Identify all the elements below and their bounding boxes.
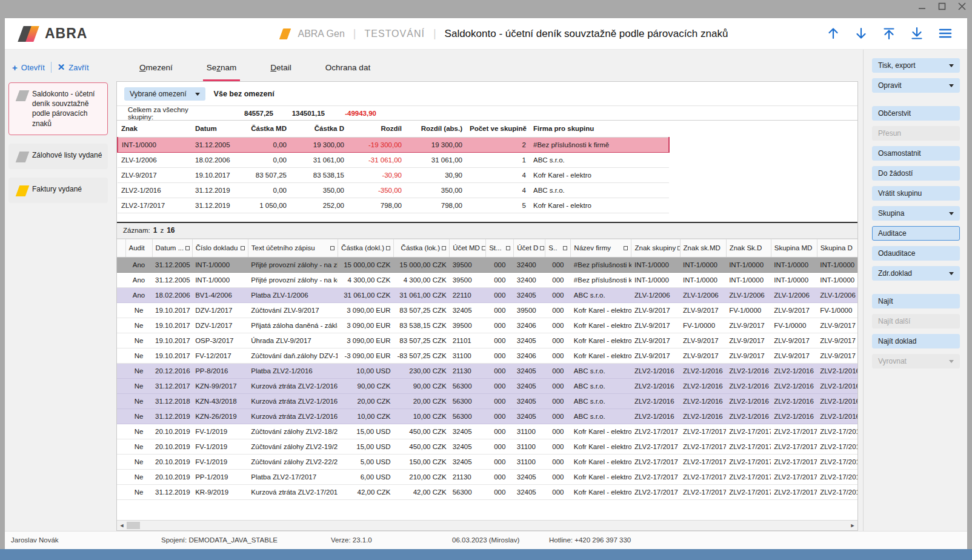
sidebar-item[interactable]: Zálohové listy vydané <box>8 144 108 169</box>
tab-ochrana-dat[interactable]: Ochrana dat <box>308 59 387 81</box>
column-filter-icon[interactable] <box>386 246 390 250</box>
najít-button[interactable]: Najít <box>872 294 960 308</box>
journal-table-row[interactable]: Ne31.12.2017KZN-99/2017Kurzová ztráta ZL… <box>117 378 857 393</box>
journal-column-header[interactable]: Částka (lok.) <box>394 239 450 257</box>
arrow-down-icon[interactable] <box>854 27 868 40</box>
tab-omezen-[interactable]: Omezení <box>122 59 190 81</box>
column-filter-icon[interactable] <box>506 246 510 250</box>
auditace-button[interactable]: Auditace <box>872 226 960 241</box>
groups-column-header[interactable]: Částka MD <box>240 121 290 137</box>
groups-column-header[interactable]: Rozdíl <box>348 121 405 137</box>
groups-table-row[interactable]: ZLV-9/201719.10.201783 507,2583 538,15-3… <box>118 167 669 182</box>
maximize-icon[interactable] <box>938 2 946 10</box>
journal-table-row[interactable]: Ne20.10.2019PP-1/2019Platba ZLV2-17/2017… <box>117 469 857 484</box>
column-filter-icon[interactable] <box>330 246 335 250</box>
column-filter-icon[interactable] <box>442 246 446 250</box>
groups-table-row[interactable]: ZLV2-17/201731.12.20191 050,00252,00798,… <box>118 198 669 213</box>
journal-table-row[interactable]: Ano31.12.2005INT-1/0000Přijté provozní z… <box>117 257 857 272</box>
journal-table-row[interactable]: Ne31.12.2019KZN-26/2019Kurzová ztráta ZL… <box>117 408 857 424</box>
groups-column-header[interactable]: Částka D <box>290 121 348 137</box>
journal-cell: 6,00 USD <box>338 469 393 484</box>
journal-column-header[interactable]: Částka (dokl.) <box>338 239 393 257</box>
journal-table-row[interactable]: Ne20.10.2019FV-1/2019Zúčtování zálohy ZL… <box>117 439 857 454</box>
journal-column-header[interactable]: St... <box>486 239 514 257</box>
abra-logo-text: ABRA <box>45 25 87 42</box>
column-filter-icon[interactable] <box>185 246 190 250</box>
najít-doklad-button[interactable]: Najít doklad <box>872 334 960 348</box>
scroll-right-icon[interactable]: ► <box>849 522 856 529</box>
groups-table-row[interactable]: ZLV-1/200618.02.20060,0031 061,00-31 061… <box>118 152 669 167</box>
journal-column-header[interactable]: Audit <box>125 239 152 257</box>
scroll-left-icon[interactable]: ◄ <box>118 522 125 529</box>
journal-table-row[interactable]: Ne20.12.2016PP-8/2016Platba ZLV2-1/20161… <box>117 363 857 378</box>
journal-column-header[interactable]: Datum ... <box>152 239 192 257</box>
journal-column-header[interactable]: Název firmy <box>571 239 631 257</box>
arrow-to-bottom-icon[interactable] <box>910 27 924 40</box>
groups-column-header[interactable]: Datum <box>191 121 240 137</box>
scrollbar-thumb[interactable] <box>127 522 140 529</box>
column-filter-icon[interactable] <box>624 246 628 250</box>
journal-table-row[interactable]: Ne20.10.2019FV-1/2019Zúčtování zálohy ZL… <box>117 454 857 469</box>
journal-cell: Zúčtování ZLV-9/2017 <box>248 302 338 318</box>
vrátit-skupinu-button[interactable]: Vrátit skupinu <box>872 186 960 201</box>
zdr-doklad-button[interactable]: Zdr.doklad <box>872 266 960 281</box>
journal-table-row[interactable]: Ne31.12.2018KZN-43/2018Kurzová ztráta ZL… <box>117 393 857 408</box>
journal-column-header[interactable]: Účet D <box>514 239 545 257</box>
journal-cell: Zúčtování zálohy ZLV2-18/201 <box>248 424 338 439</box>
column-filter-icon[interactable] <box>482 246 486 250</box>
journal-table-row[interactable]: Ano31.12.2005INT-1/0000Přijté provozní z… <box>117 272 857 287</box>
column-filter-icon[interactable] <box>563 246 567 250</box>
arrow-to-top-icon[interactable] <box>882 27 896 40</box>
osamostatnit-button[interactable]: Osamostatnit <box>872 146 960 161</box>
sidebar-item[interactable]: Saldokonto - účetní deník souvztažně pod… <box>8 82 108 135</box>
open-button[interactable]: + Otevřít <box>12 62 45 73</box>
groups-column-header[interactable]: Firma pro skupinu <box>530 121 669 137</box>
groups-column-header[interactable]: Počet ve skupině <box>466 121 530 137</box>
skupina-button[interactable]: Skupina <box>872 206 960 221</box>
column-filter-icon[interactable] <box>677 246 680 250</box>
groups-column-header[interactable]: Rozdíl (abs.) <box>405 121 466 137</box>
tab-detail[interactable]: Detail <box>253 59 308 81</box>
do-žádostí-button[interactable]: Do žádostí <box>872 166 960 181</box>
journal-column-header[interactable]: Znak Sk.D <box>726 239 771 257</box>
journal-column-header[interactable]: Znak sk.MD <box>680 239 726 257</box>
minimize-icon[interactable] <box>918 2 926 10</box>
journal-column-header[interactable]: Znak skupiny <box>631 239 680 257</box>
občerstvit-button[interactable]: Občerstvit <box>872 106 960 121</box>
journal-cell: Kofr Karel - elektro <box>571 484 631 499</box>
journal-table-row[interactable]: Ne20.10.2019FV-1/2019Zúčtování zálohy ZL… <box>117 424 857 439</box>
journal-table-row[interactable]: Ne19.10.2017DZV-1/2017Zúčtování ZLV-9/20… <box>117 302 857 318</box>
groups-table-row[interactable]: ZLV2-1/201631.12.20190,00350,00-350,0035… <box>118 182 669 198</box>
groups-table-row[interactable]: INT-1/000031.12.20050,0019 300,00-19 300… <box>118 137 669 152</box>
journal-column-header[interactable]: Skupina MD <box>771 239 817 257</box>
journal-cell: DZV-1/2017 <box>192 318 248 333</box>
menu-icon[interactable] <box>938 27 953 39</box>
column-filter-icon[interactable] <box>540 246 544 250</box>
close-button[interactable]: ✕ Zavřít <box>58 62 89 73</box>
journal-table-row[interactable]: Ne19.10.2017FV-12/2017Zúčtování daň.zálo… <box>117 348 857 363</box>
close-icon[interactable] <box>958 2 966 10</box>
groups-column-header[interactable]: Znak <box>118 121 191 137</box>
odauditace-button[interactable]: Odauditace <box>872 246 960 261</box>
journal-table-row[interactable]: Ne19.10.2017OSP-3/2017Úhrada ZLV-9/20173… <box>117 333 857 348</box>
journal-column-header[interactable]: Číslo dokladu <box>192 239 248 257</box>
sidebar-item[interactable]: Faktury vydané <box>8 178 108 203</box>
journal-table-row[interactable]: Ne19.10.2017DZV-1/2017Přijatá záloha dan… <box>117 318 857 333</box>
tisk-export-button[interactable]: Tisk, export <box>872 58 960 73</box>
journal-table-row[interactable]: Ano18.02.2006BV1-4/2006Platba ZLV-1/2006… <box>117 287 857 302</box>
opravit-button[interactable]: Opravit <box>872 78 960 93</box>
horizontal-scrollbar[interactable]: ◄ ► <box>117 520 857 530</box>
journal-column-header[interactable]: S.. <box>545 239 571 257</box>
groups-cell: -31 061,00 <box>348 152 405 167</box>
row-indicator-header <box>117 239 125 257</box>
row-indicator <box>117 287 125 302</box>
journal-column-header[interactable]: Text účetního zápisu <box>248 239 338 257</box>
arrow-up-icon[interactable] <box>827 27 840 40</box>
tab-seznam[interactable]: Seznam <box>190 59 254 81</box>
window-titlebar[interactable] <box>0 0 972 18</box>
journal-table-row[interactable]: Ne31.12.2019KR-9/2019Kurzová ztráta ZLV2… <box>117 484 857 499</box>
column-filter-icon[interactable] <box>241 246 245 250</box>
restriction-dropdown[interactable]: Vybrané omezení <box>124 87 205 101</box>
journal-column-header[interactable]: Skupina D <box>817 239 857 257</box>
journal-column-header[interactable]: Účet MD <box>450 239 486 257</box>
